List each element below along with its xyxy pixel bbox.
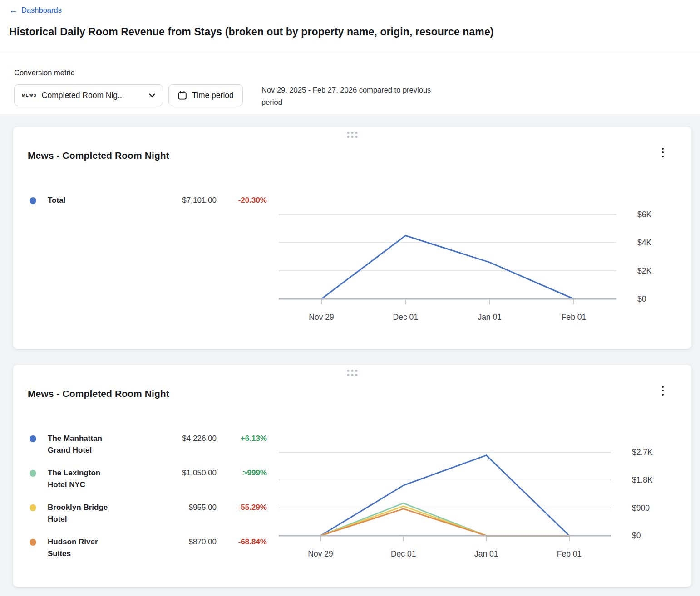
svg-text:$0: $0	[632, 531, 641, 540]
svg-text:Jan 01: Jan 01	[478, 313, 502, 322]
svg-text:$6K: $6K	[637, 210, 651, 219]
time-period-label: Time period	[192, 91, 234, 100]
chart-card-by-property: Mews - Completed Room Night The Manhatta…	[13, 364, 692, 587]
series-label: Total	[48, 195, 116, 206]
series-color-dot	[30, 504, 36, 511]
card-menu-button[interactable]	[657, 146, 669, 159]
series-label: The Lexington Hotel NYC	[48, 467, 116, 491]
chart-legend: Total $7,101.00 -20.30%	[28, 195, 267, 217]
conversion-metric-label: Conversion metric	[14, 68, 74, 77]
series-value: $4,226.00	[116, 433, 217, 445]
series-color-dot	[30, 435, 36, 442]
svg-text:$2.7K: $2.7K	[632, 448, 653, 457]
time-period-button[interactable]: Time period	[168, 84, 243, 106]
svg-text:Nov 29: Nov 29	[308, 549, 333, 558]
series-change: -20.30%	[217, 195, 267, 206]
series-color-dot	[30, 539, 36, 546]
legend-item-hudson-river[interactable]: Hudson River Suites $870.00 -68.84%	[28, 536, 267, 560]
svg-text:$1.8K: $1.8K	[632, 475, 653, 484]
series-label: The Manhattan Grand Hotel	[48, 433, 116, 456]
legend-item-lexington[interactable]: The Lexington Hotel NYC $1,050.00 >999%	[28, 467, 267, 491]
svg-text:Jan 01: Jan 01	[474, 549, 498, 558]
card-drag-handle[interactable]	[345, 368, 360, 378]
back-arrow-icon: ←	[9, 6, 18, 15]
svg-text:Dec 01: Dec 01	[393, 313, 418, 322]
date-range-text: Nov 29, 2025 - Feb 27, 2026 compared to …	[261, 84, 436, 108]
legend-item-manhattan-grand[interactable]: The Manhattan Grand Hotel $4,226.00 +6.1…	[28, 433, 267, 456]
legend-item-total[interactable]: Total $7,101.00 -20.30%	[28, 195, 267, 206]
series-change: +6.13%	[217, 433, 267, 445]
series-change: -55.29%	[217, 502, 267, 513]
legend-item-brooklyn-bridge[interactable]: Brooklyn Bridge Hotel $955.00 -55.29%	[28, 502, 267, 525]
conversion-metric-dropdown[interactable]: MEWS Completed Room Nig...	[14, 84, 163, 106]
series-label: Hudson River Suites	[48, 536, 116, 560]
svg-text:Nov 29: Nov 29	[309, 313, 334, 322]
card-drag-handle[interactable]	[345, 130, 360, 140]
calendar-icon	[177, 91, 187, 100]
chevron-down-icon	[149, 93, 155, 98]
series-color-dot	[30, 470, 36, 477]
svg-text:Feb 01: Feb 01	[557, 549, 582, 558]
svg-text:$2K: $2K	[637, 266, 651, 275]
svg-text:$0: $0	[637, 294, 646, 303]
mews-logo: MEWS	[22, 93, 37, 98]
series-value: $7,101.00	[116, 195, 217, 206]
chart-legend: The Manhattan Grand Hotel $4,226.00 +6.1…	[28, 433, 267, 571]
chart-card-total: Mews - Completed Room Night Total $7,101…	[13, 126, 692, 349]
conversion-metric-value: Completed Room Nig...	[42, 91, 144, 100]
series-value: $1,050.00	[116, 467, 217, 479]
series-change: -68.84%	[217, 536, 267, 548]
kebab-icon	[662, 386, 664, 388]
back-link-label: Dashboards	[21, 6, 62, 15]
series-value: $955.00	[116, 502, 217, 513]
back-to-dashboards-link[interactable]: ← Dashboards	[9, 6, 62, 15]
series-value: $870.00	[116, 536, 217, 548]
svg-text:Feb 01: Feb 01	[562, 313, 586, 322]
card-title: Mews - Completed Room Night	[28, 388, 169, 399]
svg-text:Dec 01: Dec 01	[391, 549, 416, 558]
card-title: Mews - Completed Room Night	[28, 150, 169, 161]
header-divider	[0, 51, 700, 51]
series-label: Brooklyn Bridge Hotel	[48, 502, 116, 525]
series-color-dot	[30, 197, 36, 204]
card-menu-button[interactable]	[657, 384, 669, 397]
kebab-icon	[662, 148, 664, 150]
svg-text:$4K: $4K	[637, 238, 651, 247]
page-title: Historical Daily Room Revenue from Stays…	[9, 26, 494, 38]
series-change: >999%	[217, 467, 267, 479]
svg-text:$900: $900	[632, 503, 650, 513]
dashboard-page: ← Dashboards Historical Daily Room Reven…	[0, 0, 700, 596]
